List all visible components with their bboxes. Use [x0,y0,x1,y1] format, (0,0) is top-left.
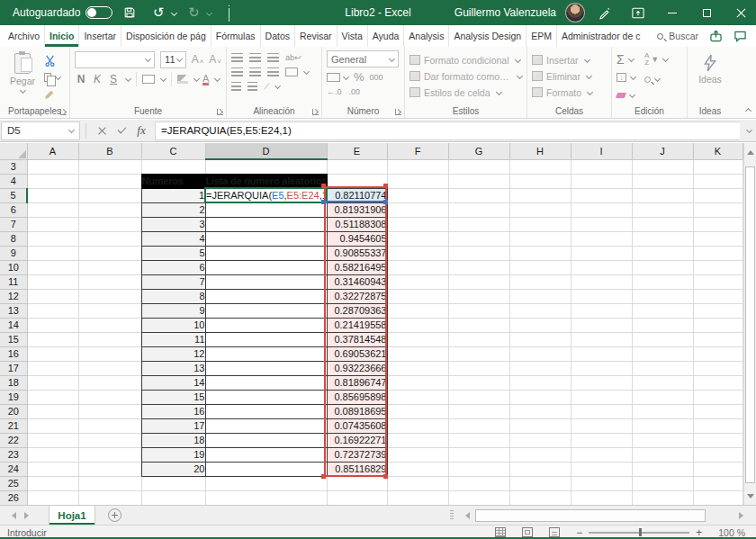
row-header-7[interactable]: 7 [0,217,27,231]
cell-H8[interactable] [509,231,571,246]
tab-analysis[interactable]: Analysis [403,25,448,47]
cell-I21[interactable] [571,418,632,433]
row-header-9[interactable]: 9 [0,246,27,260]
cell-G5[interactable] [448,188,509,202]
cell-D8[interactable] [205,231,327,246]
cell-D10[interactable] [205,260,327,274]
cell-E9[interactable]: 0.90855337 [327,246,387,260]
tab-archivo[interactable]: Archivo [0,25,44,47]
cell-J11[interactable] [632,274,693,289]
ribbon-display-options-icon[interactable] [623,0,653,25]
formato-button[interactable]: Formato [532,85,607,100]
cell-A19[interactable] [27,390,78,404]
select-all-button[interactable] [0,143,27,159]
cell-A3[interactable] [27,159,78,174]
cell-E12[interactable]: 0.32272875 [327,289,387,303]
cell-H22[interactable] [509,433,571,447]
align-top-button[interactable] [231,53,243,62]
column-header-C[interactable]: C [141,143,205,159]
clear-button[interactable] [616,88,635,103]
dialog-launcher-icon[interactable] [395,109,401,115]
cell-H7[interactable] [509,217,571,231]
save-button[interactable] [118,4,141,22]
tab-epm[interactable]: EPM [526,25,556,47]
cell-C6[interactable]: 2 [141,202,205,217]
cell-C15[interactable]: 11 [141,332,205,346]
cell-K18[interactable] [693,375,742,390]
column-header-A[interactable]: A [27,143,78,159]
zoom-level[interactable]: 100 % [718,527,745,538]
cell-B25[interactable] [78,476,141,490]
cell-J21[interactable] [632,418,693,433]
cell-I9[interactable] [571,246,632,260]
cell-J25[interactable] [632,476,693,490]
cell-B10[interactable] [78,260,141,274]
row-header-20[interactable]: 20 [0,404,27,418]
cell-E7[interactable]: 0.51188308 [327,217,387,231]
cell-C9[interactable]: 5 [141,246,205,260]
cell-H6[interactable] [509,202,571,217]
cell-K19[interactable] [693,390,742,404]
cell-F22[interactable] [387,433,448,447]
cell-B5[interactable] [78,188,141,202]
formato-condicional-button[interactable]: Formato condicional [410,52,522,67]
cell-H12[interactable] [509,289,571,303]
cell-G8[interactable] [448,231,509,246]
cell-G17[interactable] [448,361,509,375]
cell-D9[interactable] [205,246,327,260]
format-painter-button[interactable] [44,87,60,102]
cell-I14[interactable] [571,318,632,332]
cell-A5[interactable] [27,188,78,202]
autosum-button[interactable]: Σ [616,52,635,67]
cell-A23[interactable] [27,447,78,462]
enter-button[interactable] [112,121,131,140]
vertical-scrollbar[interactable] [743,143,756,505]
cell-K6[interactable] [693,202,742,217]
cell-G26[interactable] [448,490,509,505]
dar-formato-como-tabla-button[interactable]: Dar formato como tabla [410,68,522,84]
cell-K10[interactable] [693,260,742,274]
cell-K13[interactable] [693,303,742,318]
row-header-6[interactable]: 6 [0,202,27,217]
cell-D17[interactable] [205,361,327,375]
cell-A11[interactable] [27,274,78,289]
paste-button[interactable]: Pegar [4,50,40,104]
cell-B16[interactable] [78,346,141,361]
cell-D18[interactable] [205,375,327,390]
cell-K9[interactable] [693,246,742,260]
cell-H14[interactable] [509,318,571,332]
cell-G10[interactable] [448,260,509,274]
zoom-slider[interactable] [589,532,689,534]
scroll-right-icon[interactable] [734,508,747,523]
cell-I17[interactable] [571,361,632,375]
cell-C24[interactable]: 20 [141,462,205,476]
cell-A14[interactable] [27,318,78,332]
cell-E18[interactable]: 0.81896747 [327,375,387,390]
cell-E21[interactable]: 0.07435608 [327,418,387,433]
cell-C16[interactable]: 12 [141,346,205,361]
cell-D12[interactable] [205,289,327,303]
cell-F19[interactable] [387,390,448,404]
cell-J14[interactable] [632,318,693,332]
cell-G24[interactable] [448,462,509,476]
maximize-button[interactable] [691,0,722,25]
cell-I3[interactable] [571,159,632,174]
cell-D20[interactable] [205,404,327,418]
cell-E15[interactable]: 0.37814548 [327,332,387,346]
cell-A24[interactable] [27,462,78,476]
cell-H5[interactable] [509,188,571,202]
cell-F11[interactable] [387,274,448,289]
percent-style-button[interactable]: % [354,70,364,84]
cell-J13[interactable] [632,303,693,318]
tab-f-rmulas[interactable]: Fórmulas [211,25,260,47]
cell-G22[interactable] [448,433,509,447]
tab-ayuda[interactable]: Ayuda [367,25,404,47]
underline-button[interactable]: S [107,73,120,85]
align-middle-button[interactable] [249,53,261,62]
horizontal-scrollbar-thumb[interactable] [475,509,706,522]
eliminar-button[interactable]: Eliminar [532,68,607,84]
scroll-up-icon[interactable] [744,145,756,159]
cell-D3[interactable] [205,159,327,174]
row-header-25[interactable]: 25 [0,476,27,490]
orientation-button[interactable]: ⟋ [264,82,269,92]
